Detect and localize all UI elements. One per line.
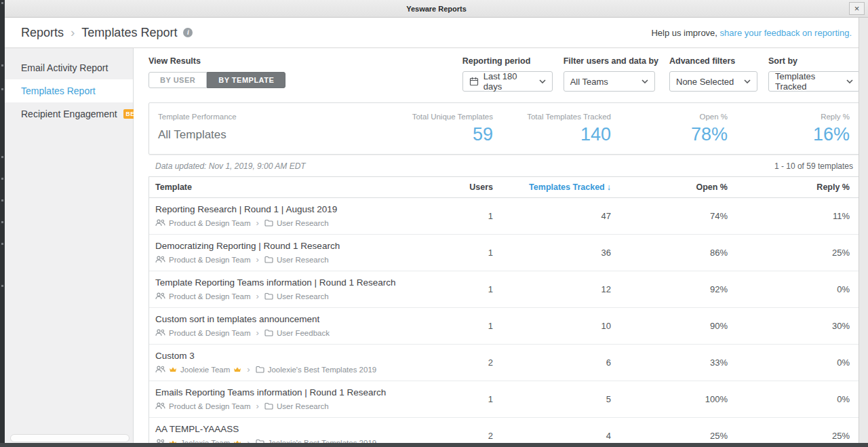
team-name[interactable]: Product & Design Team [169, 329, 251, 337]
template-breadcrumb: Joolexie Team › Joolexie's Best Template… [155, 364, 441, 374]
template-title: AA TEMPL-YAAASS [155, 424, 441, 434]
info-icon[interactable]: i [183, 28, 193, 37]
close-icon: × [854, 3, 860, 14]
table-row[interactable]: Reporting Research | Round 1 | August 20… [149, 198, 859, 235]
sort-by-dropdown[interactable]: Templates Tracked [768, 71, 860, 92]
col-open-pct[interactable]: Open % [620, 182, 737, 192]
cell-open-pct: 92% [620, 284, 737, 294]
filter-label: Advanced filters [669, 56, 757, 66]
folder-icon [264, 402, 273, 410]
templates-table: Template Users Templates Tracked↓ Open %… [149, 176, 860, 447]
close-button[interactable]: × [849, 2, 865, 15]
cell-users: 2 [441, 357, 502, 368]
summary-left: Template Performance All Templates [149, 113, 367, 145]
chevron-down-icon [837, 79, 853, 83]
team-name[interactable]: Product & Design Team [169, 219, 251, 227]
folder-name[interactable]: User Research [277, 292, 329, 300]
template-breadcrumb: Product & Design Team › User Feedback [155, 328, 441, 338]
cell-templates-tracked: 6 [502, 357, 620, 368]
breadcrumb-reports[interactable]: Reports [21, 26, 64, 40]
metric-value: 16% [737, 124, 850, 145]
team-name[interactable]: Product & Design Team [169, 292, 251, 300]
col-users[interactable]: Users [441, 182, 502, 192]
cell-open-pct: 25% [620, 431, 737, 441]
teams-dropdown[interactable]: All Teams [564, 71, 655, 92]
folder-name[interactable]: User Research [277, 219, 329, 227]
filter-label: Filter users and data by [564, 56, 658, 66]
view-results-label: View Results [149, 56, 285, 66]
help-text: Help us improve, [651, 28, 717, 38]
filter-label: Reporting period [462, 56, 553, 66]
summary-card: Template Performance All Templates Total… [149, 102, 860, 155]
table-row[interactable]: Democratizing Reporting | Round 1 Resear… [149, 235, 859, 271]
by-template-button[interactable]: BY TEMPLATE [207, 72, 285, 88]
team-name[interactable]: Product & Design Team [169, 402, 251, 410]
template-cell: Custom 3 Joolexie Team › [149, 351, 441, 374]
cell-open-pct: 100% [620, 394, 737, 404]
col-template[interactable]: Template [149, 182, 441, 192]
feedback-link[interactable]: share your feedback on reporting. [720, 28, 852, 38]
filter-label: Sort by [768, 56, 860, 66]
window-titlebar: Yesware Reports × [5, 0, 868, 18]
cell-templates-tracked: 12 [502, 284, 620, 294]
page-header: Reports › Templates Report i Help us imp… [5, 18, 868, 48]
template-cell: Reporting Research | Round 1 | August 20… [149, 204, 441, 228]
filters-group: Reporting period Last 180 days [462, 56, 860, 92]
by-user-button[interactable]: BY USER [149, 72, 207, 88]
table-body: Reporting Research | Round 1 | August 20… [149, 198, 859, 447]
table-row[interactable]: Emails Reporting Teams information | Rou… [149, 381, 859, 418]
folder-name[interactable]: Joolexie's Best Templates 2019 [268, 366, 377, 374]
cell-templates-tracked: 36 [502, 248, 620, 258]
template-title: Custom 3 [155, 351, 441, 361]
cell-users: 2 [441, 431, 502, 441]
calendar-icon [469, 77, 479, 86]
team-name[interactable]: Product & Design Team [169, 256, 251, 264]
team-icon [155, 292, 165, 300]
team-icon [155, 256, 165, 263]
team-icon [155, 366, 165, 373]
template-breadcrumb: Product & Design Team › User Research [155, 401, 441, 411]
page-title: Templates Report [81, 26, 177, 40]
metric-label: Reply % [737, 113, 850, 121]
col-templates-tracked[interactable]: Templates Tracked↓ [502, 182, 620, 192]
chevron-down-icon [734, 79, 751, 83]
table-row[interactable]: Custom 3 Joolexie Team › [149, 345, 859, 381]
folder-name[interactable]: User Research [277, 256, 329, 264]
table-row[interactable]: Custom sort in templates announcement Pr… [149, 308, 859, 345]
crown-icon [169, 366, 177, 373]
cell-open-pct: 86% [620, 248, 737, 258]
summary-label: Template Performance [158, 113, 367, 121]
folder-name[interactable]: User Feedback [277, 329, 330, 337]
table-row[interactable]: Template Reporting Teams information | R… [149, 271, 859, 308]
template-cell: Custom sort in templates announcement Pr… [149, 314, 441, 338]
template-breadcrumb: Product & Design Team › User Research [155, 254, 441, 265]
crown-icon [233, 366, 241, 373]
advanced-filters-dropdown[interactable]: None Selected [669, 71, 757, 92]
cell-users: 1 [441, 211, 502, 221]
cell-users: 1 [441, 394, 502, 404]
cell-open-pct: 74% [620, 211, 737, 221]
col-reply-pct[interactable]: Reply % [737, 182, 859, 192]
sidebar-item-templates-report[interactable]: Templates Report [5, 79, 133, 102]
chevron-down-icon [632, 79, 648, 83]
sidebar: Email Activity Report Templates Report R… [5, 48, 134, 447]
pagination-status: 1 - 10 of 59 templates [774, 161, 853, 171]
cell-reply-pct: 30% [737, 321, 859, 331]
cell-reply-pct: 0% [737, 394, 859, 404]
metric-open-pct: Open % 78% [620, 113, 737, 145]
cell-users: 1 [441, 248, 502, 258]
cell-templates-tracked: 10 [502, 321, 620, 331]
folder-icon [264, 292, 273, 300]
metric-total-templates-tracked: Total Templates Tracked 140 [502, 113, 620, 145]
team-name[interactable]: Joolexie Team [180, 366, 230, 374]
metric-value: 59 [367, 124, 493, 145]
filter-reporting-period: Reporting period Last 180 days [462, 56, 553, 92]
folder-name[interactable]: User Research [277, 402, 329, 410]
cell-templates-tracked: 47 [502, 211, 620, 221]
reporting-period-dropdown[interactable]: Last 180 days [462, 71, 553, 92]
template-title: Democratizing Reporting | Round 1 Resear… [155, 241, 441, 251]
sidebar-scrollbar-thumb[interactable] [10, 434, 130, 442]
table-meta-row: Data updated: Nov 1, 2019, 9:00 AM EDT 1… [149, 161, 860, 171]
sidebar-item-recipient-engagement[interactable]: Recipient Engagement BETA [5, 102, 133, 125]
sidebar-item-email-activity-report[interactable]: Email Activity Report [5, 56, 133, 79]
